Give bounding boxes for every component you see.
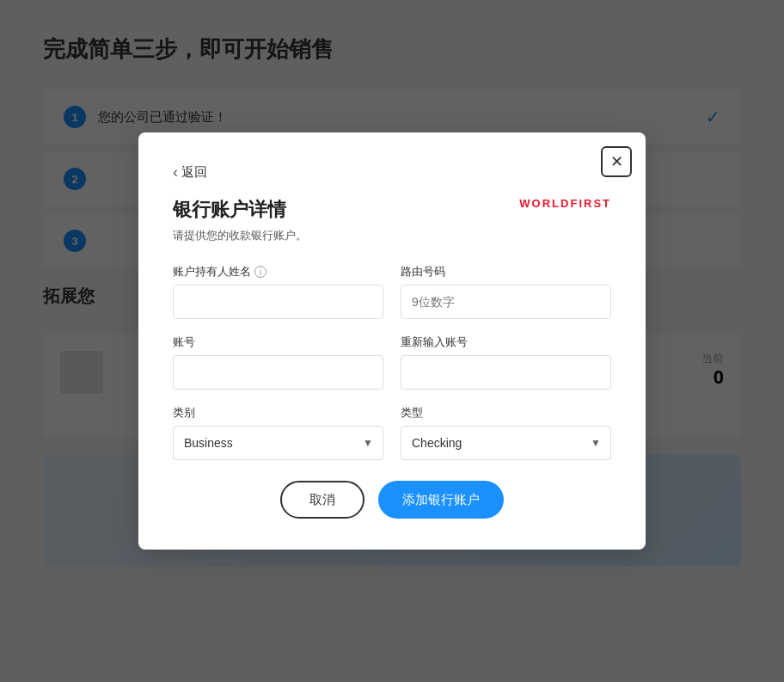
category-select-wrapper: Business Personal ▼ [173,426,383,460]
back-label: 返回 [181,164,207,181]
modal-title: 银行账户详情 [173,197,286,223]
account-holder-info-icon[interactable]: i [254,266,266,278]
account-label: 账号 [173,335,383,350]
type-select-wrapper: Checking Savings ▼ [401,426,611,460]
reenter-account-input[interactable] [401,355,611,390]
back-arrow-icon: ‹ [173,163,178,181]
routing-number-group: 路由号码 [401,264,611,319]
modal-subtitle: 请提供您的收款银行账户。 [173,228,611,243]
category-select[interactable]: Business Personal [173,426,383,460]
account-number-input[interactable] [173,355,383,390]
close-button[interactable]: ✕ [601,146,632,177]
submit-button[interactable]: 添加银行账户 [378,481,504,519]
category-label: 类别 [173,405,383,421]
reenter-account-group: 重新输入账号 [401,335,611,390]
routing-number-input[interactable] [401,285,611,319]
account-holder-label: 账户持有人姓名 i [173,264,383,280]
modal-footer: 取消 添加银行账户 [173,481,611,519]
bank-account-modal: ‹ 返回 ✕ 银行账户详情 WORLDFIRST 请提供您的收款银行账户。 账户… [138,132,646,550]
close-icon: ✕ [610,152,623,171]
cancel-button[interactable]: 取消 [280,481,364,519]
account-holder-group: 账户持有人姓名 i [173,264,383,319]
routing-label: 路由号码 [401,264,611,280]
type-select[interactable]: Checking Savings [401,426,611,460]
modal-title-row: 银行账户详情 WORLDFIRST [173,197,611,223]
account-number-group: 账号 [173,335,383,390]
bank-form: 账户持有人姓名 i 路由号码 账号 重新输入账号 [173,264,611,460]
account-holder-input[interactable] [173,285,383,319]
worldfirst-logo: WORLDFIRST [519,197,611,210]
category-group: 类别 Business Personal ▼ [173,405,383,460]
modal-overlay: ‹ 返回 ✕ 银行账户详情 WORLDFIRST 请提供您的收款银行账户。 账户… [0,0,784,682]
back-button[interactable]: ‹ 返回 [173,163,207,181]
type-label: 类型 [401,405,611,421]
reenter-label: 重新输入账号 [401,335,611,350]
type-group: 类型 Checking Savings ▼ [401,405,611,460]
